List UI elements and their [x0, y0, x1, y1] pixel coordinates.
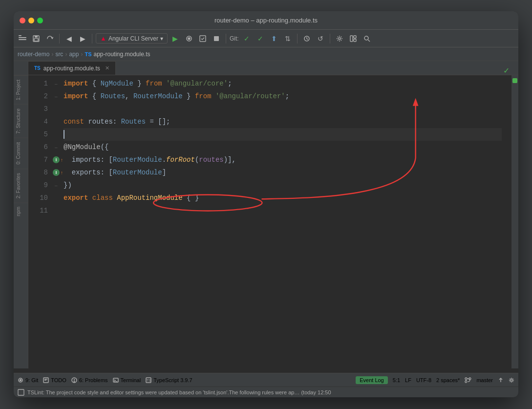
code-line-5 — [64, 128, 502, 141]
fold-icon-2[interactable]: – — [55, 94, 58, 99]
fold-icon-1[interactable]: – — [55, 81, 58, 86]
gutter: – – – I ↑ I ↑ — [53, 75, 64, 368]
layout-btn[interactable] — [347, 33, 359, 44]
panel-npm[interactable]: npm — [14, 202, 28, 220]
editor-checkmark: ✓ — [503, 66, 510, 75]
close-button[interactable] — [20, 18, 25, 23]
rollback-btn[interactable]: ↺ — [315, 33, 326, 44]
status-ts-label: TypeScript 3.9.7 — [153, 377, 192, 383]
maximize-button[interactable] — [37, 18, 43, 23]
breadcrumb-sep2: › — [65, 51, 67, 58]
git-push[interactable]: ⬆ — [268, 33, 280, 44]
minimize-button[interactable] — [28, 18, 34, 23]
status-branch[interactable]: master — [476, 377, 493, 383]
svg-point-11 — [339, 38, 340, 40]
svg-rect-4 — [35, 36, 38, 38]
sync-btn[interactable] — [44, 33, 56, 44]
history-btn[interactable] — [301, 33, 313, 44]
settings-btn[interactable] — [334, 33, 345, 44]
status-settings-icon[interactable] — [509, 377, 514, 383]
svg-rect-5 — [34, 39, 38, 41]
breadcrumb-sep1: › — [51, 51, 53, 58]
svg-text:TS: TS — [147, 379, 151, 382]
left-sidebar: 1: Project 7: Structure 0: Commit 2: Fav… — [14, 75, 28, 368]
status-line-ending[interactable]: LF — [405, 377, 411, 383]
git-label: Git: — [230, 35, 239, 42]
code-line-9: }) — [64, 179, 502, 192]
right-scrollbar[interactable] — [511, 75, 518, 368]
forward-btn[interactable]: ▶ — [77, 33, 88, 44]
sep5 — [330, 34, 330, 43]
gutter-arrow-8: ↑ — [61, 170, 63, 175]
code-line-8: exports: [RouterModule] — [64, 166, 502, 179]
back-btn[interactable]: ◀ — [63, 33, 75, 44]
status-push-icon[interactable] — [498, 377, 504, 383]
tab-ts-icon: TS — [34, 65, 41, 71]
git-fetch[interactable]: ⇅ — [282, 33, 294, 44]
panel-favorites[interactable]: 2: Favorites — [14, 169, 28, 202]
code-line-11 — [64, 204, 502, 217]
stop-btn[interactable] — [211, 33, 222, 44]
breadcrumb-sep3: › — [81, 51, 83, 58]
svg-rect-2 — [19, 39, 26, 40]
sep1 — [59, 34, 60, 43]
status-problems[interactable]: 6: Problems — [71, 377, 108, 383]
svg-point-31 — [465, 378, 467, 380]
status-typescript[interactable]: TS TypeScript 3.9.7 — [146, 377, 192, 383]
save-btn[interactable] — [30, 33, 42, 44]
status-encoding[interactable]: UTF-8 — [416, 377, 431, 383]
svg-rect-14 — [354, 39, 356, 42]
code-line-1: import { NgModule } from '@angular/core'… — [64, 77, 502, 90]
coverage-btn[interactable] — [197, 33, 209, 44]
svg-rect-37 — [18, 389, 24, 395]
panel-project[interactable]: 1: Project — [14, 75, 28, 104]
search-btn[interactable] — [361, 33, 373, 44]
angular-server-badge[interactable]: ▲ Angular CLI Server ▾ — [96, 33, 168, 43]
file-tabs-row: TS app-routing.module.ts ✕ — [14, 61, 518, 75]
fold-icon-9[interactable]: – — [55, 183, 58, 188]
run-btn[interactable]: ▶ — [170, 33, 181, 44]
panel-commit[interactable]: 0: Commit — [14, 138, 28, 169]
git-check1[interactable]: ✓ — [241, 33, 253, 44]
svg-point-20 — [20, 379, 21, 381]
branch-label: master — [476, 377, 493, 383]
tab-filename: app-routing.module.ts — [43, 65, 100, 72]
svg-rect-0 — [19, 35, 21, 36]
status-terminal[interactable]: Terminal — [113, 377, 141, 383]
tab-close-icon[interactable]: ✕ — [105, 65, 109, 71]
gutter-badge-7[interactable]: I — [53, 156, 60, 163]
breadcrumb-root[interactable]: router-demo — [18, 51, 49, 58]
window-title: router-demo – app-routing.module.ts — [214, 17, 318, 24]
svg-point-26 — [74, 381, 74, 382]
encoding-label: UTF-8 — [416, 377, 431, 383]
status-event-log[interactable]: Event Log — [356, 376, 388, 384]
debug-btn[interactable] — [183, 33, 195, 44]
text-cursor — [64, 130, 64, 139]
breadcrumb-file[interactable]: app-routing.module.ts — [93, 51, 150, 58]
notification-bar: TSLint: The project code style and edito… — [14, 387, 518, 397]
status-todo[interactable]: TODO — [43, 377, 66, 383]
svg-point-32 — [465, 381, 467, 383]
status-todo-label: TODO — [51, 377, 66, 383]
status-git[interactable]: 9: Git — [18, 377, 38, 383]
code-editor[interactable]: import { NgModule } from '@angular/core'… — [64, 75, 511, 368]
fold-icon-6[interactable]: – — [55, 145, 58, 150]
status-problems-label: 6: Problems — [79, 377, 108, 383]
svg-point-36 — [511, 379, 512, 381]
title-bar: router-demo – app-routing.module.ts — [14, 11, 518, 30]
file-tab-app-routing[interactable]: TS app-routing.module.ts ✕ — [28, 61, 116, 75]
status-indent[interactable]: 2 spaces* — [436, 377, 460, 383]
sep2 — [92, 34, 92, 43]
svg-rect-12 — [350, 36, 353, 42]
breadcrumb-src[interactable]: src — [55, 51, 63, 58]
project-btn[interactable] — [17, 33, 28, 44]
left-panel-bar — [14, 61, 28, 75]
sep4 — [297, 34, 298, 43]
breadcrumb-app[interactable]: app — [69, 51, 79, 58]
cursor-pos-label: 5:1 — [393, 377, 400, 383]
gutter-badge-8[interactable]: I — [53, 169, 60, 176]
toolbar: ◀ ▶ ▲ Angular CLI Server ▾ ▶ Git: ✓ ✓ ⬆ … — [14, 30, 518, 47]
git-check2[interactable]: ✓ — [255, 33, 266, 44]
status-terminal-label: Terminal — [121, 377, 141, 383]
panel-structure[interactable]: 7: Structure — [14, 104, 28, 138]
